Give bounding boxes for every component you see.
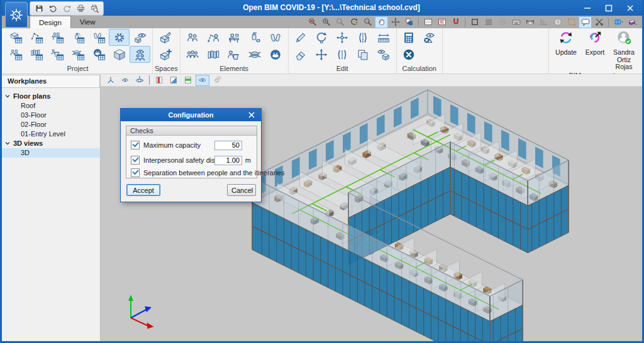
grid-button[interactable] xyxy=(482,16,495,28)
people-group-button[interactable] xyxy=(182,46,203,63)
safety-distance-checkbox[interactable] xyxy=(131,156,140,165)
move-node-button[interactable] xyxy=(332,29,353,46)
redo-icon xyxy=(60,3,73,14)
route-grid-button[interactable] xyxy=(26,29,47,46)
zoom-window-button[interactable] xyxy=(306,16,319,28)
minimize-button[interactable] xyxy=(577,0,598,16)
desk-grid-button[interactable] xyxy=(47,29,67,46)
view-eye-button[interactable] xyxy=(118,75,132,86)
zoom-scale-button[interactable] xyxy=(361,16,374,28)
measure-button[interactable] xyxy=(374,29,394,46)
tree-item-03-floor[interactable]: 03-Floor xyxy=(2,111,100,120)
layer-red-button[interactable] xyxy=(152,75,166,86)
maskface-grid-button[interactable] xyxy=(88,46,109,63)
visibility-button[interactable] xyxy=(196,75,209,86)
check-results-button[interactable] xyxy=(419,29,440,46)
split-button[interactable] xyxy=(353,29,374,46)
select-box-button[interactable] xyxy=(565,16,578,28)
mask-button[interactable] xyxy=(245,46,265,63)
pencil-button[interactable] xyxy=(291,29,311,46)
cancel-button[interactable]: Cancel xyxy=(227,184,256,196)
print-button[interactable] xyxy=(74,3,87,14)
tree-item-3d[interactable]: 3D xyxy=(2,148,100,158)
keyboard-button[interactable] xyxy=(509,16,523,28)
orbit-button[interactable] xyxy=(133,75,147,86)
tree-item-02-floor[interactable]: 02-Floor xyxy=(2,120,100,129)
magnet-icon xyxy=(450,17,462,28)
web-button[interactable] xyxy=(611,16,625,28)
eye-box-button[interactable] xyxy=(130,29,150,46)
people-mask-grid-button[interactable] xyxy=(5,46,26,63)
tree-item-roof[interactable]: Roof xyxy=(2,101,100,111)
room-grid-button[interactable] xyxy=(5,29,26,46)
tooltip-button[interactable] xyxy=(579,16,592,28)
magnet-button[interactable] xyxy=(449,16,462,28)
bin-grid-button[interactable] xyxy=(47,46,67,63)
partition-button[interactable] xyxy=(203,46,224,63)
space-edit-button[interactable] xyxy=(155,29,175,46)
dims-button[interactable] xyxy=(523,16,536,28)
cube-button[interactable] xyxy=(109,46,130,63)
route-person-button[interactable] xyxy=(203,29,224,46)
app-logo-virus-icon[interactable] xyxy=(5,2,28,28)
separation-checkbox[interactable] xyxy=(131,168,140,177)
axes-button[interactable] xyxy=(104,75,118,86)
maskface-button[interactable] xyxy=(265,46,286,63)
move-button[interactable] xyxy=(311,46,332,63)
tree-node-3d-views[interactable]: 3D views xyxy=(2,139,100,148)
3d-viewport[interactable]: Configuration Checks Maximum capacity In… xyxy=(101,87,642,341)
safety-distance-unit: m xyxy=(245,156,251,164)
avatar-button[interactable]: Sandra Ortiz Rojas xyxy=(609,29,638,71)
update-button[interactable]: Update xyxy=(552,29,580,57)
chevron-down-icon[interactable] xyxy=(2,92,13,101)
rotate-button[interactable] xyxy=(311,29,332,46)
divide-button[interactable] xyxy=(332,46,353,63)
close-button[interactable] xyxy=(619,0,641,16)
people-pair-button[interactable] xyxy=(182,29,203,46)
copy-button[interactable] xyxy=(353,46,374,63)
undo-button[interactable] xyxy=(47,3,59,14)
layer-green-button[interactable] xyxy=(181,75,195,86)
dialog-close-icon[interactable] xyxy=(246,109,257,121)
space-add-button[interactable] xyxy=(155,46,175,63)
eraser-button[interactable] xyxy=(291,46,311,63)
max-capacity-input[interactable] xyxy=(214,141,242,150)
dxf-button[interactable] xyxy=(435,16,448,28)
save-icon xyxy=(33,3,45,14)
print-preview-button[interactable] xyxy=(88,3,101,14)
pan-view-button[interactable] xyxy=(389,16,402,28)
export-button[interactable]: Export xyxy=(580,29,609,57)
redraw-button[interactable] xyxy=(347,16,360,28)
template-button[interactable] xyxy=(421,16,435,28)
ortho-button[interactable] xyxy=(468,16,481,28)
partition-grid-button[interactable] xyxy=(26,46,47,63)
safety-distance-input[interactable] xyxy=(214,156,242,165)
tree-node-floor-plans[interactable]: Floor plans xyxy=(2,92,100,101)
mask-grid-button[interactable] xyxy=(67,46,88,63)
maximize-button[interactable] xyxy=(598,0,619,16)
view-element-button[interactable] xyxy=(374,46,394,63)
save-button[interactable] xyxy=(33,3,45,14)
tools-button[interactable] xyxy=(592,16,606,28)
help-button[interactable] xyxy=(625,16,638,28)
pan-button[interactable] xyxy=(375,16,388,28)
people-eye-button[interactable] xyxy=(130,46,150,63)
tree-item-01-entry-level[interactable]: 01-Entry Level xyxy=(2,129,100,139)
cancel-calculation-button[interactable] xyxy=(399,46,419,63)
max-capacity-checkbox[interactable] xyxy=(131,141,140,150)
gloves-grid-button[interactable] xyxy=(88,29,109,46)
sanitizer-grid-button[interactable] xyxy=(67,29,88,46)
gear-button[interactable] xyxy=(109,29,130,46)
chevron-down-icon[interactable] xyxy=(2,139,13,148)
desk-person-button[interactable] xyxy=(224,29,245,46)
tab-design[interactable]: Design xyxy=(30,16,71,28)
sanitizer-hand-button[interactable] xyxy=(245,29,265,46)
bring-front-button[interactable] xyxy=(402,16,416,28)
tab-view[interactable]: View xyxy=(71,16,104,28)
bin-person-button[interactable] xyxy=(224,46,245,63)
gloves-button[interactable] xyxy=(265,29,286,46)
layer-blue-button[interactable] xyxy=(167,75,180,86)
accept-button[interactable]: Accept xyxy=(126,184,160,196)
zoom-extents-button[interactable] xyxy=(319,16,333,28)
calculator-button[interactable] xyxy=(399,29,419,46)
